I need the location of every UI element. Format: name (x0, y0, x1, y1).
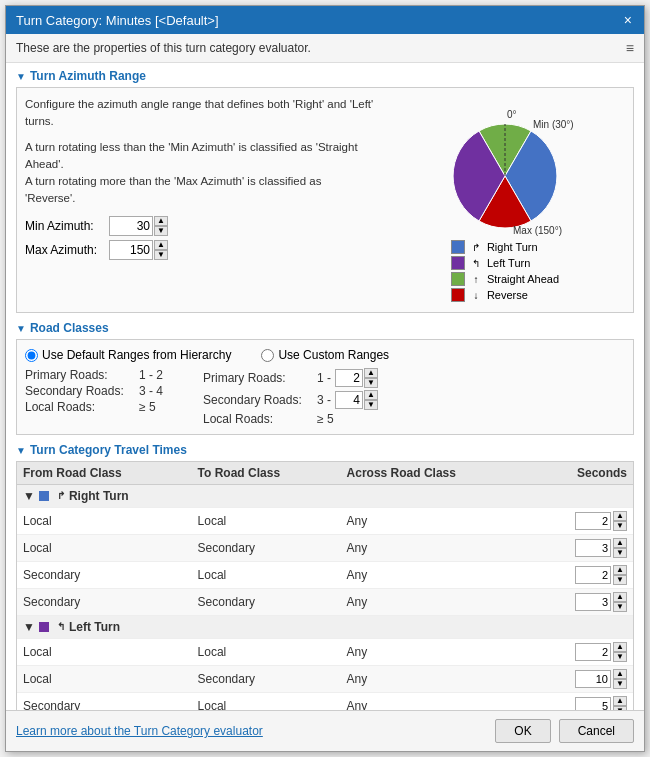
pie-legend: ↱ Right Turn ↰ Left Turn ↑ (451, 240, 559, 304)
min-azimuth-spin-btns: ▲ ▼ (154, 216, 168, 236)
travel-times-label: Turn Category Travel Times (30, 443, 187, 457)
seconds-cell: ▲▼ (538, 592, 627, 612)
default-local-row: Local Roads: ≥ 5 (25, 400, 163, 414)
to-cell: Secondary (192, 666, 341, 693)
custom-primary-spinbox: ▲ ▼ (335, 368, 378, 388)
pie-label-0: 0° (507, 109, 517, 120)
min-azimuth-input[interactable] (109, 216, 153, 236)
left-turn-color-sq (39, 622, 49, 632)
road-classes-options: Use Default Ranges from Hierarchy Use Cu… (25, 348, 625, 362)
max-azimuth-down-btn[interactable]: ▼ (154, 250, 168, 260)
spin-up[interactable]: ▲ (613, 696, 627, 706)
custom-secondary-label: Secondary Roads: (203, 393, 313, 407)
custom-secondary-up[interactable]: ▲ (364, 390, 378, 400)
turn-table: From Road Class To Road Class Across Roa… (17, 462, 633, 710)
header-text: These are the properties of this turn ca… (16, 41, 311, 55)
from-cell: Secondary (17, 589, 192, 616)
spin-down[interactable]: ▼ (613, 679, 627, 689)
ok-button[interactable]: OK (495, 719, 550, 743)
custom-secondary-down[interactable]: ▼ (364, 400, 378, 410)
from-cell: Local (17, 535, 192, 562)
from-cell: Local (17, 666, 192, 693)
seconds-cell: ▲▼ (538, 642, 627, 662)
spin-up[interactable]: ▲ (613, 642, 627, 652)
custom-local-row: Local Roads: ≥ 5 (203, 412, 378, 426)
seconds-input[interactable] (575, 539, 611, 557)
across-cell: Any (341, 666, 532, 693)
spin-up[interactable]: ▲ (613, 592, 627, 602)
right-turn-icon: ↱ (53, 490, 65, 502)
travel-times-header[interactable]: ▼ Turn Category Travel Times (16, 443, 634, 457)
to-cell: Local (192, 693, 341, 711)
col-across: Across Road Class (341, 462, 532, 485)
min-azimuth-down-btn[interactable]: ▼ (154, 226, 168, 236)
default-secondary-row: Secondary Roads: 3 - 4 (25, 384, 163, 398)
close-button[interactable]: × (622, 12, 634, 28)
seconds-input[interactable] (575, 643, 611, 661)
legend-straight: ↑ Straight Ahead (451, 272, 559, 286)
use-custom-radio-label[interactable]: Use Custom Ranges (261, 348, 389, 362)
spin-up[interactable]: ▲ (613, 538, 627, 548)
azimuth-section-header[interactable]: ▼ Turn Azimuth Range (16, 69, 634, 83)
cancel-button[interactable]: Cancel (559, 719, 634, 743)
default-secondary-label: Secondary Roads: (25, 384, 135, 398)
pie-label-min: Min (30°) (533, 119, 574, 130)
legend-straight-color (451, 272, 465, 286)
custom-secondary-input[interactable] (335, 391, 363, 409)
dialog-body: ▼ Turn Azimuth Range Configure the azimu… (6, 63, 644, 710)
seconds-input[interactable] (575, 593, 611, 611)
footer-link[interactable]: Learn more about the Turn Category evalu… (16, 724, 263, 738)
from-cell: Local (17, 639, 192, 666)
seconds-cell: ▲▼ (538, 696, 627, 710)
left-turn-collapse-icon[interactable]: ▼ (23, 620, 35, 634)
spin-up[interactable]: ▲ (613, 511, 627, 521)
right-turn-collapse-icon[interactable]: ▼ (23, 489, 35, 503)
max-azimuth-spin-btns: ▲ ▼ (154, 240, 168, 260)
seconds-input[interactable] (575, 670, 611, 688)
custom-secondary-row: Secondary Roads: 3 - ▲ ▼ (203, 390, 378, 410)
spin-down[interactable]: ▼ (613, 652, 627, 662)
max-azimuth-label: Max Azimuth: (25, 243, 105, 257)
min-azimuth-row: Min Azimuth: ▲ ▼ (25, 216, 375, 236)
custom-primary-up[interactable]: ▲ (364, 368, 378, 378)
table-row: Local Local Any ▲▼ (17, 508, 633, 535)
menu-icon[interactable]: ≡ (626, 40, 634, 56)
right-turn-header-inner: ▼ ↱ Right Turn (23, 489, 627, 503)
custom-primary-row: Primary Roads: 1 - ▲ ▼ (203, 368, 378, 388)
spin-down[interactable]: ▼ (613, 521, 627, 531)
seconds-input[interactable] (575, 512, 611, 530)
spin-btns: ▲▼ (613, 538, 627, 558)
pie-chart: 0° Min (30°) Max (150°) (425, 96, 585, 236)
road-classes-header[interactable]: ▼ Road Classes (16, 321, 634, 335)
dialog-header: These are the properties of this turn ca… (6, 34, 644, 63)
max-azimuth-up-btn[interactable]: ▲ (154, 240, 168, 250)
spin-up[interactable]: ▲ (613, 565, 627, 575)
dialog: Turn Category: Minutes [<Default>] × The… (5, 5, 645, 752)
spin-down[interactable]: ▼ (613, 575, 627, 585)
legend-straight-icon: ↑ (469, 272, 483, 286)
min-azimuth-up-btn[interactable]: ▲ (154, 216, 168, 226)
seconds-cell: ▲▼ (538, 511, 627, 531)
seconds-input[interactable] (575, 566, 611, 584)
default-local-value: ≥ 5 (139, 400, 156, 414)
spin-btns: ▲▼ (613, 592, 627, 612)
custom-secondary-spinbox: ▲ ▼ (335, 390, 378, 410)
spin-down[interactable]: ▼ (613, 602, 627, 612)
spin-btns: ▲▼ (613, 642, 627, 662)
use-custom-radio[interactable] (261, 349, 274, 362)
max-azimuth-input[interactable] (109, 240, 153, 260)
seconds-input[interactable] (575, 697, 611, 710)
spin-down[interactable]: ▼ (613, 548, 627, 558)
to-cell: Local (192, 562, 341, 589)
custom-primary-input[interactable] (335, 369, 363, 387)
col-to: To Road Class (192, 462, 341, 485)
spin-up[interactable]: ▲ (613, 669, 627, 679)
legend-left-turn: ↰ Left Turn (451, 256, 559, 270)
road-classes-label: Road Classes (30, 321, 109, 335)
use-default-radio[interactable] (25, 349, 38, 362)
across-cell: Any (341, 535, 532, 562)
default-local-label: Local Roads: (25, 400, 135, 414)
use-default-radio-label[interactable]: Use Default Ranges from Hierarchy (25, 348, 231, 362)
custom-primary-down[interactable]: ▼ (364, 378, 378, 388)
azimuth-right: 0° Min (30°) Max (150°) ↱ (385, 96, 625, 304)
